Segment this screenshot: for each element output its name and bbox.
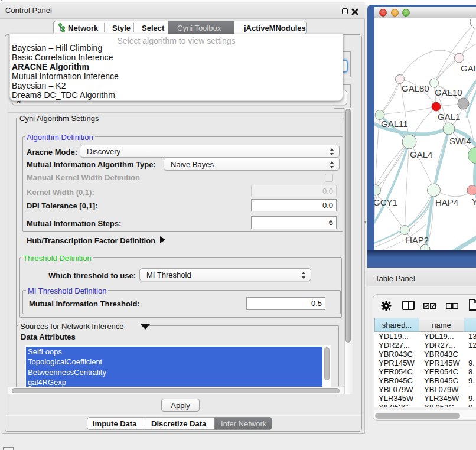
svg-text:GAL10: GAL10	[435, 87, 462, 97]
svg-text:Y: Y	[472, 197, 476, 207]
svg-text:HAP2: HAP2	[406, 235, 429, 245]
svg-text:GAL1: GAL1	[438, 112, 460, 122]
svg-text:SWI4: SWI4	[449, 136, 471, 146]
svg-text:GAL80: GAL80	[402, 83, 429, 93]
svg-text:GAL11: GAL11	[381, 119, 408, 129]
svg-text:GAL7: GAL7	[461, 63, 476, 73]
svg-text:HAP4: HAP4	[435, 197, 458, 207]
svg-text:GCY1: GCY1	[374, 197, 397, 207]
svg-text:GAL4: GAL4	[410, 149, 432, 159]
